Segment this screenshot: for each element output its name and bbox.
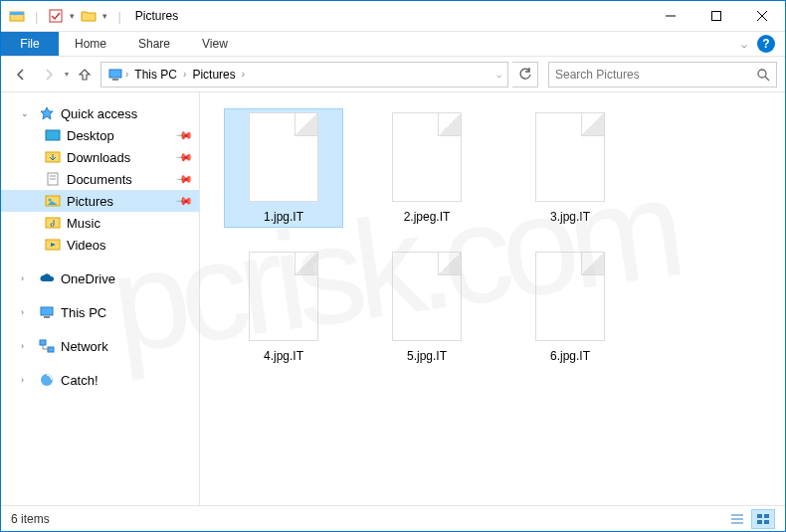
qat-dropdown-icon[interactable]: ▾	[70, 11, 75, 21]
svg-rect-21	[44, 316, 50, 318]
file-item[interactable]: 5.jpg.IT	[367, 248, 487, 367]
sidebar-item-label: Videos	[67, 238, 106, 253]
quick-access-icon	[39, 105, 55, 121]
sidebar-item-videos[interactable]: Videos	[1, 234, 199, 256]
ribbon-tab-home[interactable]: Home	[59, 32, 122, 56]
titlebar: | ▾ ▾ | Pictures	[1, 1, 785, 32]
sidebar-item-label: Pictures	[67, 194, 113, 209]
ribbon-file-tab[interactable]: File	[1, 32, 59, 56]
ribbon: File Home Share View ⌵ ?	[1, 32, 785, 57]
folder-icon	[45, 215, 61, 231]
chevron-right-icon[interactable]: ›	[183, 69, 186, 80]
file-name: 5.jpg.IT	[407, 349, 447, 363]
expand-icon[interactable]: ›	[21, 307, 33, 317]
close-button[interactable]	[739, 1, 785, 31]
maximize-button[interactable]	[693, 1, 739, 31]
sidebar-item-downloads[interactable]: Downloads📌	[1, 146, 199, 168]
sidebar-item-pictures[interactable]: Pictures📌	[1, 190, 199, 212]
ribbon-tab-view[interactable]: View	[186, 32, 244, 56]
details-view-button[interactable]	[725, 509, 749, 529]
network-root[interactable]: › Network	[1, 335, 199, 357]
file-name: 3.jpg.IT	[550, 210, 590, 224]
file-item[interactable]: 3.jpg.IT	[510, 108, 630, 228]
pin-icon: 📌	[174, 147, 193, 166]
minimize-button[interactable]	[648, 1, 693, 31]
breadcrumb-pictures[interactable]: Pictures	[188, 68, 239, 82]
chevron-right-icon[interactable]: ›	[125, 69, 128, 80]
view-switcher	[725, 509, 775, 529]
forward-button[interactable]	[37, 63, 61, 87]
file-icon	[535, 112, 605, 202]
breadcrumb-this-pc[interactable]: This PC	[130, 68, 181, 82]
pin-icon: 📌	[174, 191, 193, 210]
refresh-button[interactable]	[512, 62, 538, 88]
recent-dropdown-icon[interactable]: ▾	[65, 70, 69, 79]
expand-icon[interactable]: ›	[21, 341, 33, 351]
file-item[interactable]: 4.jpg.IT	[224, 248, 343, 367]
chevron-right-icon[interactable]: ›	[242, 69, 245, 80]
navigation-pane[interactable]: ⌄ Quick access Desktop📌Downloads📌Documen…	[1, 92, 200, 505]
sidebar-item-label: Documents	[67, 172, 132, 187]
file-icon	[249, 252, 318, 341]
svg-rect-30	[757, 514, 762, 518]
file-icon	[392, 112, 462, 202]
svg-rect-31	[764, 514, 769, 518]
svg-point-17	[49, 199, 52, 202]
svg-rect-22	[40, 340, 46, 345]
file-name: 6.jpg.IT	[550, 349, 590, 363]
toolbar-separator: |	[35, 9, 38, 24]
this-pc-root[interactable]: › This PC	[1, 301, 199, 323]
file-item[interactable]: 1.jpg.IT	[224, 108, 343, 228]
thumbnails-view-button[interactable]	[751, 509, 775, 529]
sidebar-item-label: Downloads	[67, 150, 130, 165]
qat-chevron-icon[interactable]: ▾	[102, 11, 107, 21]
search-box[interactable]	[548, 62, 777, 88]
file-icon	[249, 112, 318, 202]
sidebar-item-music[interactable]: Music	[1, 212, 199, 234]
sidebar-item-documents[interactable]: Documents📌	[1, 168, 199, 190]
svg-rect-8	[112, 79, 118, 81]
search-icon[interactable]	[756, 68, 770, 82]
pin-icon: 📌	[174, 125, 193, 144]
back-button[interactable]	[9, 63, 33, 87]
file-item[interactable]: 2.jpeg.IT	[367, 108, 487, 228]
svg-rect-1	[10, 12, 24, 15]
network-label: Network	[61, 339, 108, 354]
ribbon-expand-icon[interactable]: ⌵	[741, 39, 747, 50]
collapse-icon[interactable]: ⌄	[21, 108, 33, 118]
address-bar[interactable]: › This PC › Pictures › ⌵	[100, 62, 508, 88]
expand-icon[interactable]: ›	[21, 375, 33, 385]
quick-access-root[interactable]: ⌄ Quick access	[1, 102, 199, 124]
up-button[interactable]	[73, 63, 97, 87]
explorer-window: | ▾ ▾ | Pictures File Home	[0, 0, 786, 532]
properties-icon[interactable]	[48, 8, 64, 24]
search-input[interactable]	[555, 68, 756, 82]
toolbar-separator: |	[117, 9, 120, 24]
svg-rect-32	[757, 520, 762, 524]
this-pc-label: This PC	[61, 305, 106, 320]
ribbon-right: ⌵ ?	[741, 32, 785, 56]
address-dropdown-icon[interactable]: ⌵	[496, 70, 501, 80]
window-controls	[648, 1, 785, 31]
svg-rect-7	[109, 70, 121, 78]
svg-rect-4	[712, 12, 721, 21]
onedrive-label: OneDrive	[61, 271, 115, 286]
file-grid[interactable]: 1.jpg.IT2.jpeg.IT3.jpg.IT4.jpg.IT5.jpg.I…	[200, 92, 785, 505]
sidebar-item-label: Music	[67, 216, 100, 231]
sidebar-item-desktop[interactable]: Desktop📌	[1, 124, 199, 146]
location-pc-icon	[107, 67, 123, 83]
onedrive-root[interactable]: › OneDrive	[1, 267, 199, 289]
file-name: 4.jpg.IT	[264, 349, 303, 363]
expand-icon[interactable]: ›	[21, 273, 33, 283]
svg-rect-11	[46, 130, 60, 140]
catch-root[interactable]: › Catch!	[1, 369, 199, 391]
svg-point-9	[758, 70, 766, 78]
window-title: Pictures	[135, 9, 178, 23]
sidebar-item-label: Desktop	[67, 128, 114, 143]
ribbon-tab-share[interactable]: Share	[122, 32, 186, 56]
svg-line-10	[765, 77, 769, 81]
file-item[interactable]: 6.jpg.IT	[510, 248, 630, 367]
file-icon	[535, 252, 605, 341]
folder-icon	[45, 193, 61, 209]
help-icon[interactable]: ?	[757, 35, 775, 53]
